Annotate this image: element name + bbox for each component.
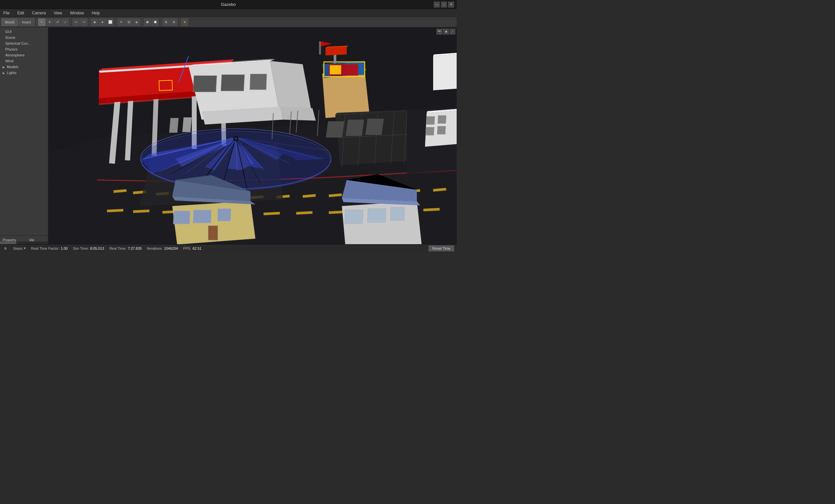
screenshot-icon[interactable]: 📷 — [436, 29, 442, 35]
svg-marker-96 — [326, 47, 347, 56]
tree-item-wind[interactable]: Wind — [0, 58, 48, 64]
svg-rect-131 — [368, 209, 386, 222]
svg-rect-94 — [330, 65, 341, 74]
tree-arrow-lights: ▶ — [3, 71, 6, 75]
svg-rect-61 — [182, 117, 192, 132]
toolbar-separator-5 — [142, 19, 142, 25]
tab-world[interactable]: World — [1, 18, 18, 26]
menu-camera[interactable]: Camera — [30, 10, 47, 16]
tab-insert[interactable]: Insert — [19, 18, 35, 26]
iterations: Iterations: 1046204 — [147, 247, 178, 250]
svg-rect-132 — [390, 207, 405, 220]
svg-point-87 — [235, 137, 237, 140]
svg-rect-56 — [221, 75, 245, 91]
svg-rect-104 — [365, 119, 384, 135]
simtime-value: 8:05.013 — [90, 247, 104, 250]
menu-window[interactable]: Window — [69, 10, 85, 16]
light-icon[interactable]: ★ — [181, 19, 188, 26]
menu-bar: File Edit Camera View Window Help — [0, 9, 457, 17]
tree-arrow-models: ▶ — [3, 65, 6, 69]
grid-icon[interactable]: ⊞ — [125, 19, 133, 26]
realtime-value: 7:27.835 — [128, 247, 142, 250]
toolbar: World Insert ↖ ✛ ↺ ⤢ ↩ ↪ ■ ● ⬜ ✦ ⊞ ◈ ⏺ 🔲… — [0, 17, 457, 27]
sun-icon[interactable]: ✦ — [117, 19, 125, 26]
real-time-factor: Real Time Factor: 1.00 — [31, 247, 67, 250]
iter-value: 1046204 — [164, 247, 178, 250]
pause-button[interactable]: ⏸ — [3, 246, 8, 251]
menu-help[interactable]: Help — [90, 10, 101, 16]
tree-item-spherical[interactable]: Spherical Coo... — [0, 40, 48, 46]
undo-icon[interactable]: ↩ — [73, 19, 80, 26]
svg-rect-117 — [437, 126, 446, 134]
fps: FPS: 62.51 — [183, 247, 202, 250]
world-tree: GUI Scene Spherical Coo... Physics Atmos… — [0, 27, 48, 235]
realtime-label: Real Time: — [109, 247, 126, 250]
steps-button[interactable]: Steps: ▾ — [13, 246, 26, 250]
fps-value: 62.51 — [192, 247, 202, 250]
svg-rect-130 — [345, 210, 363, 224]
svg-rect-102 — [326, 121, 344, 138]
svg-marker-88 — [322, 71, 370, 118]
box-shape-icon[interactable]: ■ — [91, 19, 98, 26]
reset-time-button[interactable]: Reset Time — [429, 246, 454, 251]
svg-rect-125 — [208, 226, 218, 240]
toolbar-separator-2 — [70, 19, 71, 25]
tree-item-lights[interactable]: ▶ Lights — [0, 70, 48, 76]
svg-rect-55 — [193, 76, 217, 92]
toolbar-separator-1 — [36, 19, 37, 25]
svg-rect-98 — [319, 41, 321, 55]
select-tool-icon[interactable]: ↖ — [38, 19, 45, 26]
svg-rect-57 — [250, 74, 267, 90]
rtf-value: 1.00 — [61, 247, 67, 250]
left-panel: GUI Scene Spherical Coo... Physics Atmos… — [0, 27, 48, 244]
tree-item-models[interactable]: ▶ Models — [0, 64, 48, 70]
magnet-icon[interactable]: ⊕ — [162, 19, 169, 26]
svg-marker-133 — [433, 55, 457, 90]
record-icon[interactable]: ⏺ — [443, 29, 449, 35]
svg-rect-123 — [193, 210, 211, 223]
tree-item-scene[interactable]: Scene — [0, 35, 48, 40]
steps-arrow[interactable]: ▾ — [24, 246, 26, 250]
svg-rect-115 — [438, 115, 446, 124]
tree-item-physics[interactable]: Physics — [0, 46, 48, 52]
close-button[interactable]: ✕ — [448, 2, 454, 7]
menu-file[interactable]: File — [2, 10, 11, 16]
sim-time: Sim Time: 8:05.013 — [73, 247, 104, 250]
steps-label: Steps: — [13, 247, 23, 250]
redo-icon[interactable]: ↪ — [80, 19, 87, 26]
svg-rect-116 — [426, 127, 434, 135]
svg-rect-114 — [426, 117, 435, 125]
app-title: Gazebo — [221, 2, 236, 7]
wire-icon[interactable]: ◈ — [133, 19, 140, 26]
svg-rect-60 — [169, 118, 179, 133]
svg-rect-124 — [218, 209, 231, 221]
minimize-button[interactable]: — — [434, 2, 440, 7]
title-bar: Gazebo — □ ✕ — [0, 0, 457, 9]
real-time: Real Time: 7:27.835 — [109, 247, 142, 250]
menu-view[interactable]: View — [53, 10, 64, 16]
scrollbar-horizontal[interactable] — [0, 241, 48, 244]
scene-viewport[interactable] — [48, 27, 457, 244]
cylinder-shape-icon[interactable]: ⬜ — [107, 19, 114, 26]
scale-tool-icon[interactable]: ⤢ — [62, 19, 69, 26]
rotate-tool-icon[interactable]: ↺ — [54, 19, 61, 26]
svg-rect-122 — [174, 211, 190, 224]
expand-icon[interactable]: ⤢ — [449, 29, 455, 35]
toolbar-separator-6 — [161, 19, 161, 25]
scrollbar-thumb[interactable] — [0, 241, 16, 244]
tree-item-gui[interactable]: GUI — [0, 29, 48, 35]
simtime-label: Sim Time: — [73, 247, 89, 250]
record-icon[interactable]: ⏺ — [144, 19, 151, 26]
screenshot-icon[interactable]: 🔲 — [152, 19, 159, 26]
sphere-shape-icon[interactable]: ● — [99, 19, 106, 26]
tree-item-atmosphere[interactable]: Atmosphere — [0, 52, 48, 58]
menu-edit[interactable]: Edit — [16, 10, 25, 16]
snap-icon[interactable]: ⊗ — [170, 19, 178, 26]
svg-rect-103 — [346, 120, 364, 136]
toolbar-separator-7 — [179, 19, 179, 25]
translate-tool-icon[interactable]: ✛ — [46, 19, 53, 26]
maximize-button[interactable]: □ — [441, 2, 447, 7]
fps-label: FPS: — [183, 247, 191, 250]
status-bar: ⏸ Steps: ▾ Real Time Factor: 1.00 Sim Ti… — [0, 244, 457, 252]
viewport[interactable]: 📷 ⏺ ⤢ — [48, 27, 457, 244]
